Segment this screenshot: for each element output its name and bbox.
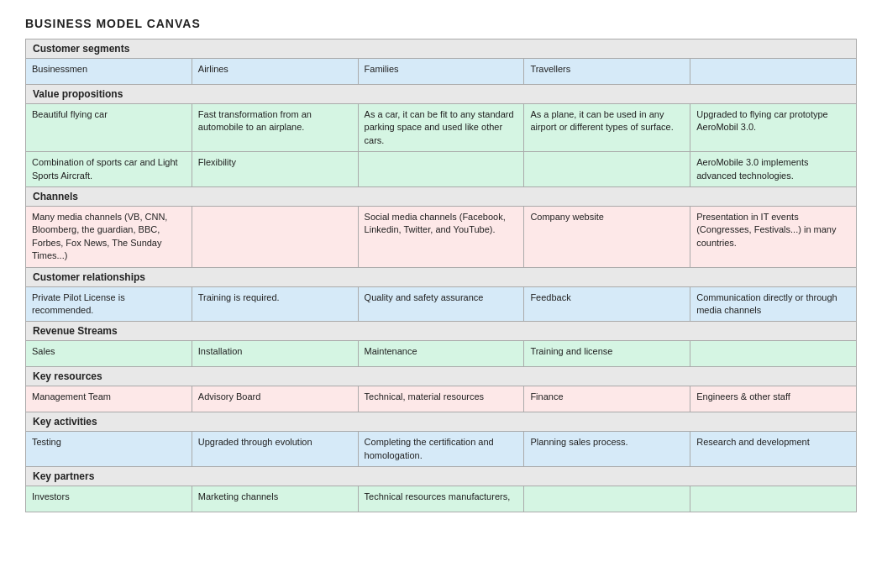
cell-6-0-3: Planning sales process. bbox=[524, 432, 690, 466]
cell-0-0-3: Travellers bbox=[524, 59, 690, 84]
cell-3-0-3: Feedback bbox=[524, 287, 690, 322]
cell-6-0-2: Completing the certification and homolog… bbox=[359, 432, 525, 466]
cell-6-0-1: Upgraded through evolution bbox=[192, 432, 359, 466]
section-header-7: Key partners bbox=[26, 467, 856, 486]
cell-1-1-0: Combination of sports car and Light Spor… bbox=[26, 152, 192, 186]
row-4-0: SalesInstallationMaintenanceTraining and… bbox=[26, 341, 856, 367]
section-header-1: Value propositions bbox=[26, 85, 856, 104]
cell-7-0-3 bbox=[524, 486, 690, 512]
cell-1-0-4: Upgraded to flying car prototype AeroMob… bbox=[690, 104, 856, 151]
cell-2-0-1 bbox=[192, 207, 359, 267]
cell-3-0-0: Private Pilot License is recommended. bbox=[26, 287, 192, 322]
cell-3-0-4: Communication directly or through media … bbox=[690, 287, 856, 322]
cell-5-0-4: Engineers & other staff bbox=[690, 386, 856, 412]
cell-2-0-0: Many media channels (VB, CNN, Bloomberg,… bbox=[26, 207, 192, 267]
cell-5-0-1: Advisory Board bbox=[192, 386, 359, 412]
cell-7-0-1: Marketing channels bbox=[192, 486, 359, 512]
row-5-0: Management TeamAdvisory BoardTechnical, … bbox=[26, 386, 856, 412]
cell-6-0-0: Testing bbox=[26, 432, 192, 466]
cell-3-0-2: Quality and safety assurance bbox=[359, 287, 525, 322]
row-1-0: Beautiful flying carFast transformation … bbox=[26, 104, 856, 152]
cell-1-1-1: Flexibility bbox=[192, 152, 359, 186]
cell-4-0-0: Sales bbox=[26, 341, 192, 366]
row-0-0: BusinessmenAirlinesFamiliesTravellers bbox=[26, 59, 856, 85]
cell-7-0-4 bbox=[690, 486, 856, 512]
row-7-0: InvestorsMarketing channelsTechnical res… bbox=[26, 486, 856, 512]
cell-1-1-4: AeroMobile 3.0 implements advanced techn… bbox=[690, 152, 856, 186]
cell-1-1-2 bbox=[359, 152, 525, 186]
business-model-canvas: Customer segmentsBusinessmenAirlinesFami… bbox=[25, 39, 857, 512]
cell-0-0-4 bbox=[690, 59, 856, 84]
cell-4-0-1: Installation bbox=[192, 341, 359, 366]
cell-0-0-1: Airlines bbox=[192, 59, 359, 84]
row-1-1: Combination of sports car and Light Spor… bbox=[26, 152, 856, 187]
cell-5-0-2: Technical, material resources bbox=[359, 386, 525, 412]
cell-5-0-3: Finance bbox=[524, 386, 690, 412]
section-header-0: Customer segments bbox=[26, 39, 856, 59]
cell-2-0-4: Presentation in IT events (Congresses, F… bbox=[690, 207, 856, 267]
cell-0-0-2: Families bbox=[359, 59, 525, 84]
section-header-3: Customer relationships bbox=[26, 268, 856, 287]
row-3-0: Private Pilot License is recommended.Tra… bbox=[26, 287, 856, 323]
page-title: BUSINESS MODEL CANVAS bbox=[25, 17, 857, 30]
cell-4-0-4 bbox=[690, 341, 856, 366]
cell-5-0-0: Management Team bbox=[26, 386, 192, 412]
cell-4-0-3: Training and license bbox=[524, 341, 690, 366]
cell-1-0-1: Fast transformation from an automobile t… bbox=[192, 104, 359, 151]
row-2-0: Many media channels (VB, CNN, Bloomberg,… bbox=[26, 207, 856, 268]
cell-4-0-2: Maintenance bbox=[359, 341, 525, 366]
section-header-6: Key activities bbox=[26, 412, 856, 432]
cell-7-0-2: Technical resources manufacturers, bbox=[359, 486, 525, 512]
cell-2-0-3: Company website bbox=[524, 207, 690, 267]
cell-1-1-3 bbox=[524, 152, 690, 186]
cell-3-0-1: Training is required. bbox=[192, 287, 359, 322]
cell-0-0-0: Businessmen bbox=[26, 59, 192, 84]
cell-7-0-0: Investors bbox=[26, 486, 192, 512]
section-header-2: Channels bbox=[26, 187, 856, 207]
section-header-5: Key resources bbox=[26, 367, 856, 386]
cell-6-0-4: Research and development bbox=[690, 432, 856, 466]
cell-1-0-0: Beautiful flying car bbox=[26, 104, 192, 151]
cell-2-0-2: Social media channels (Facebook, Linkedi… bbox=[359, 207, 525, 267]
cell-1-0-3: As a plane, it can be used in any airpor… bbox=[524, 104, 690, 151]
row-6-0: TestingUpgraded through evolutionComplet… bbox=[26, 432, 856, 467]
cell-1-0-2: As a car, it can be fit to any standard … bbox=[359, 104, 525, 151]
section-header-4: Revenue Streams bbox=[26, 322, 856, 341]
